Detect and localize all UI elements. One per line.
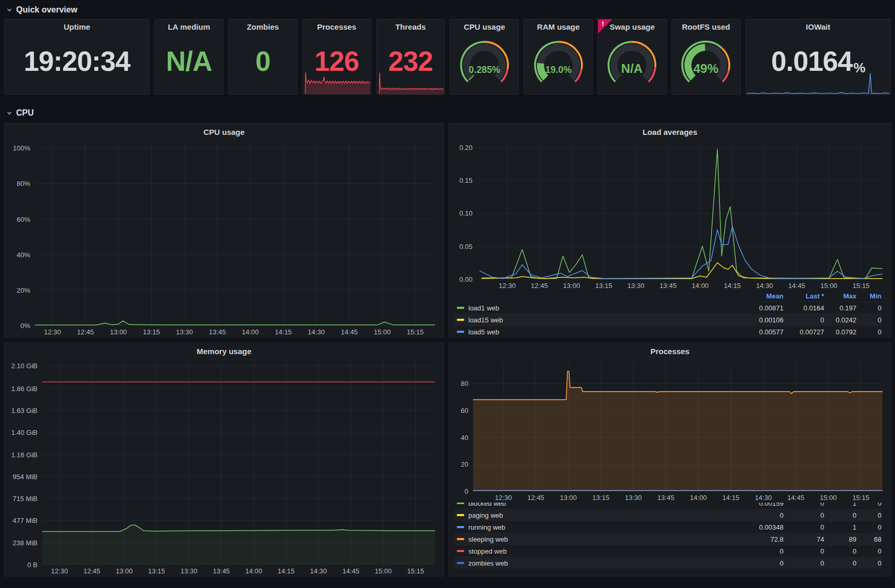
ram-usage-gauge: 19.0% [524,30,592,94]
x-tick-label: 13:45 [213,567,230,575]
legend-value: 0 [784,559,824,567]
legend-value: 0 [784,547,824,555]
legend-series-label[interactable]: running web [468,523,738,531]
legend-row: paging web0000 [454,509,881,521]
legend-value: 0.00871 [738,304,784,312]
panel-title[interactable]: IOWait [746,19,890,31]
x-tick-label: 15:15 [407,328,424,336]
panel-load-averages-chart: Load averages 0.000.050.100.150.20 12:30… [449,123,891,337]
legend-value: 74 [784,535,824,543]
panel-title[interactable]: LA medium [155,19,223,31]
x-tick-label: 14:15 [275,328,292,336]
processes-chart: 020406080 12:3012:4513:0013:1513:3013:45… [449,361,891,503]
legend-series-label[interactable]: load15 web [468,316,738,324]
x-tick-label: 13:30 [176,328,193,336]
x-tick-label: 13:00 [110,328,127,336]
y-tick-label: 238 MiB [13,539,38,546]
y-tick-label: 0.20 [459,143,473,151]
series-swatch-icon [457,307,464,309]
svg-text:49%: 49% [693,61,718,76]
legend-sort-max[interactable]: Max [824,292,856,300]
legend-sort-last[interactable]: Last * [784,292,824,300]
panel-title[interactable]: Processes [449,343,891,361]
y-tick-label: 20 [461,460,468,468]
cpu-panels-grid: CPU usage 0%20%40%60%80%100% 12:3012:451… [0,121,895,577]
y-tick-label: 0.10 [459,209,473,217]
panel-uptime: Uptime 19:20:34 [4,19,150,95]
iowait-unit: % [853,60,865,76]
x-tick-label: 12:45 [527,494,544,502]
panel-processes-stat: Processes 126 [302,19,371,95]
plot-area[interactable] [35,143,435,326]
legend-series-label[interactable]: sleeping web [468,535,738,543]
svg-text:19.0%: 19.0% [545,65,571,75]
legend-value: 0.00159 [738,503,784,507]
alert-corner-icon[interactable] [598,19,612,33]
rootfs-used-gauge: 49% [672,30,740,94]
series-swatch-icon [457,514,464,516]
legend-value: 0.00106 [738,316,784,324]
legend-value: 72.8 [738,535,784,543]
y-tick-label: 1.16 GiB [11,451,38,459]
x-axis: 12:3012:4513:0013:1513:3013:4514:0014:15… [42,565,435,576]
y-tick-label: 60 [461,407,468,415]
legend-row: running web0.00348010 [454,521,881,533]
panel-iowait: IOWait 0.0164% [745,19,891,95]
legend-series-label[interactable]: zombies web [468,559,738,567]
panel-rootfs-gauge: RootFS used 49% [672,19,741,95]
series-swatch-icon [457,526,464,528]
alert-exclamation-icon: ! [602,20,604,28]
cpu-usage-chart: 0%20%40%60%80%100% 12:3012:4513:0013:151… [5,142,443,337]
panel-title[interactable]: RAM usage [524,19,592,31]
panel-title[interactable]: Processes [303,19,371,31]
panel-title[interactable]: Load averages [449,123,891,142]
legend-value: 0 [856,316,881,324]
x-tick-label: 14:15 [724,282,741,290]
legend-value: 0 [784,503,824,507]
panel-title[interactable]: Zombies [229,19,297,31]
legend-row: blocked web0.00159010 [454,503,881,509]
section-title: CPU [16,108,34,118]
legend-value: 0 [784,523,824,531]
legend-value: 0.197 [824,304,856,312]
x-tick-label: 14:45 [341,328,358,336]
legend-series-label[interactable]: load5 web [468,328,738,336]
x-tick-label: 12:30 [495,494,512,502]
legend-series-label[interactable]: load1 web [468,304,738,312]
x-tick-label: 15:00 [820,494,837,502]
panel-title[interactable]: CPU usage [5,123,443,142]
x-tick-label: 15:00 [375,567,392,575]
plot-area[interactable] [42,362,435,565]
section-cpu[interactable]: CPU [0,95,895,121]
stats-row: Uptime 19:20:34 LA medium N/A Zombies 0 … [0,18,895,95]
panel-title[interactable]: Threads [377,19,445,31]
y-tick-label: 0.00 [459,276,473,283]
legend-row: load15 web0.0010600.02420 [454,314,881,326]
legend-row: sleeping web72.8748968 [454,533,881,545]
x-tick-label: 15:00 [374,328,391,336]
series-swatch-icon [457,550,464,552]
legend-value: 1 [824,523,856,531]
y-tick-label: 2.10 GiB [11,362,38,370]
plot-area[interactable] [473,362,882,491]
panel-title[interactable]: CPU usage [450,19,518,31]
chevron-down-icon [6,7,13,13]
series-swatch-icon [457,319,464,321]
x-axis: 12:3012:4513:0013:1513:3013:4514:0014:15… [473,491,882,503]
panel-title[interactable]: RootFS used [672,19,740,31]
panel-title[interactable]: Uptime [5,19,149,31]
legend-sort-min[interactable]: Min [856,292,881,300]
x-tick-label: 14:15 [723,494,740,502]
section-quick-overview[interactable]: Quick overview [0,0,895,18]
legend-value: 0 [856,559,881,567]
legend-series-label[interactable]: stopped web [468,547,738,555]
legend-value: 0 [856,511,881,519]
panel-title[interactable]: Memory usage [5,343,443,361]
legend-series-label[interactable]: blocked web [468,503,738,507]
legend-sort-mean[interactable]: Mean [738,292,784,300]
y-tick-label: 1.40 GiB [11,428,38,436]
x-tick-label: 13:00 [560,494,577,502]
plot-area[interactable] [477,143,882,279]
chevron-down-icon [6,110,13,116]
legend-series-label[interactable]: paging web [468,511,738,519]
